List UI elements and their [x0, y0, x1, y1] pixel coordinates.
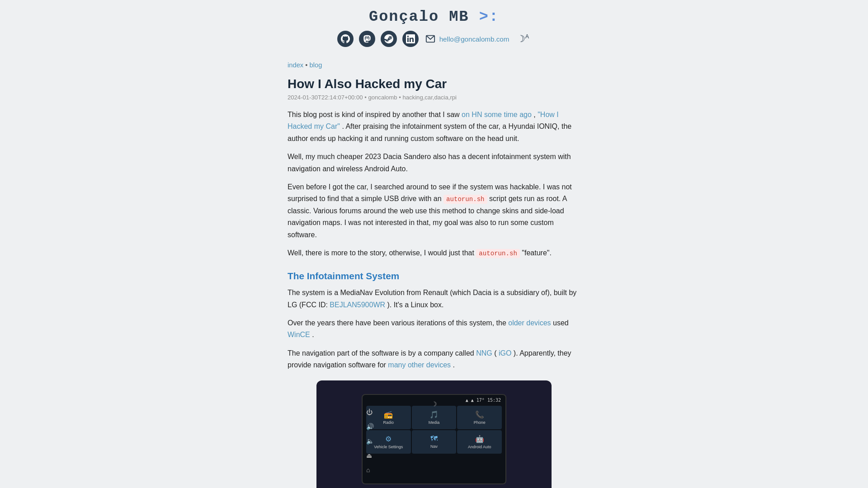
github-icon[interactable]: [337, 31, 354, 47]
power-icon: ⏻: [366, 408, 374, 416]
car-photo: ☽ ▲ ▲ 17° 15:32 ⏻ 🔊 🔈 ⏏ ⌂ 📻 Radio 🎵: [316, 380, 552, 488]
s1p2-before: Over the years there have been various i…: [288, 319, 508, 327]
info-cell-phone: 📞 Phone: [457, 406, 502, 429]
post-meta: 2024-01-30T22:14:07+00:00 • goncalomb • …: [288, 94, 580, 101]
info-cell-android-auto: 🤖 Android Auto: [457, 430, 502, 454]
email-container: hello@goncalomb.com: [424, 33, 509, 45]
infotainment-screen: ☽ ▲ ▲ 17° 15:32 ⏻ 🔊 🔈 ⏏ ⌂ 📻 Radio 🎵: [362, 394, 506, 484]
p1-hn-link[interactable]: on HN some time ago: [462, 111, 532, 118]
p3-code1: autorun.sh: [443, 195, 487, 204]
phone-label: Phone: [474, 420, 486, 425]
section1-paragraph-2: Over the years there have been various i…: [288, 317, 580, 341]
github-link[interactable]: [337, 31, 354, 47]
mastodon-icon[interactable]: [359, 31, 375, 47]
theme-toggle-icon: ☽A: [517, 33, 529, 44]
github-svg: [341, 34, 350, 43]
s1p2-middle: used: [553, 319, 569, 327]
s1p3-after: .: [453, 361, 455, 369]
section1-paragraph-1: The system is a MediaNav Evolution from …: [288, 287, 580, 311]
p4-before: Well, there is more to the story, otherw…: [288, 249, 476, 257]
header-icons-bar: hello@goncalomb.com ☽A: [337, 31, 531, 47]
steam-link[interactable]: [381, 31, 397, 47]
s1p1-fcc-link[interactable]: BEJLAN5900WR: [330, 301, 385, 309]
vehicle-settings-label: Vehicle Settings: [374, 445, 403, 449]
post-tags: hacking,car,dacia,rpi: [402, 94, 457, 101]
steam-svg: [384, 34, 393, 43]
p4-after: "feature".: [522, 249, 552, 257]
p1-comma: ,: [533, 111, 538, 118]
p4-code2: autorun.sh: [476, 249, 519, 258]
email-icon: [424, 33, 437, 45]
breadcrumb-blog-link[interactable]: blog: [310, 61, 322, 69]
mastodon-link[interactable]: [359, 31, 375, 47]
mastodon-svg: [363, 34, 372, 43]
breadcrumb-separator: •: [305, 61, 309, 69]
paragraph-2: Well, my much cheaper 2023 Dacia Sandero…: [288, 151, 580, 175]
media-label: Media: [429, 420, 440, 425]
steam-icon[interactable]: [381, 31, 397, 47]
info-sidebar-icons: ⏻ 🔊 🔈 ⏏ ⌂: [366, 408, 374, 474]
radio-label: Radio: [383, 420, 394, 425]
vol-up-icon: 🔊: [366, 423, 374, 430]
nav-icon: 🗺: [430, 435, 438, 443]
post-title: How I Also Hacked my Car: [288, 77, 580, 91]
main-content: index • blog How I Also Hacked my Car 20…: [280, 52, 588, 488]
vehicle-settings-icon: ⚙: [385, 435, 392, 443]
paragraph-1: This blog post is kind of inspired by an…: [288, 109, 580, 145]
linkedin-svg: [406, 34, 415, 43]
site-title: Gonçalo MB >:: [369, 8, 499, 25]
email-link[interactable]: hello@goncalomb.com: [439, 35, 509, 43]
info-moon-icon: ☽: [431, 400, 437, 408]
android-auto-label: Android Auto: [468, 445, 491, 449]
car-image-container: ☽ ▲ ▲ 17° 15:32 ⏻ 🔊 🔈 ⏏ ⌂ 📻 Radio 🎵: [288, 380, 580, 488]
s1p3-igo-link[interactable]: iGO: [499, 349, 511, 357]
nav-label: Nav: [430, 444, 438, 449]
info-cell-nav: 🗺 Nav: [412, 430, 457, 454]
section1-title: The Infotainment System: [288, 271, 580, 282]
breadcrumb-index-link[interactable]: index: [288, 61, 303, 69]
info-statusbar: ▲ ▲ 17° 15:32: [466, 398, 501, 403]
info-cell-media: 🎵 Media: [412, 406, 457, 429]
s1p3-paren-open: (: [494, 349, 496, 357]
paragraph-3: Even before I got the car, I searched ar…: [288, 181, 580, 241]
eject-icon: ⏏: [366, 452, 374, 459]
paragraph-4: Well, there is more to the story, otherw…: [288, 247, 580, 259]
radio-icon: 📻: [384, 410, 393, 419]
android-auto-icon: 🤖: [475, 435, 484, 443]
vol-down-icon: 🔈: [366, 437, 374, 445]
post-author: goncalomb: [368, 94, 397, 101]
email-svg: [425, 34, 435, 44]
theme-toggle-button[interactable]: ☽A: [514, 31, 531, 47]
s1p3-nng-link[interactable]: NNG: [476, 349, 492, 357]
site-header: Gonçalo MB >:: [0, 0, 868, 52]
home-icon: ⌂: [366, 466, 374, 474]
s1p2-wince-link[interactable]: WinCE: [288, 331, 310, 338]
linkedin-icon[interactable]: [402, 31, 419, 47]
s1p1-after: ). It's a Linux box.: [387, 301, 444, 309]
breadcrumb: index • blog: [288, 61, 580, 69]
linkedin-link[interactable]: [402, 31, 419, 47]
phone-icon: 📞: [475, 410, 484, 419]
post-date-link[interactable]: 2024-01-30T22:14:07+00:00: [288, 94, 363, 101]
site-title-container: Gonçalo MB >:: [369, 8, 499, 25]
s1p2-older-link[interactable]: older devices: [508, 319, 551, 327]
section1-paragraph-3: The navigation part of the software is b…: [288, 347, 580, 371]
p1-text-before: This blog post is kind of inspired by an…: [288, 111, 462, 118]
s1p2-after: .: [312, 331, 314, 338]
s1p3-devices-link[interactable]: many other devices: [388, 361, 451, 369]
s1p3-before: The navigation part of the software is b…: [288, 349, 476, 357]
media-icon: 🎵: [429, 410, 439, 419]
